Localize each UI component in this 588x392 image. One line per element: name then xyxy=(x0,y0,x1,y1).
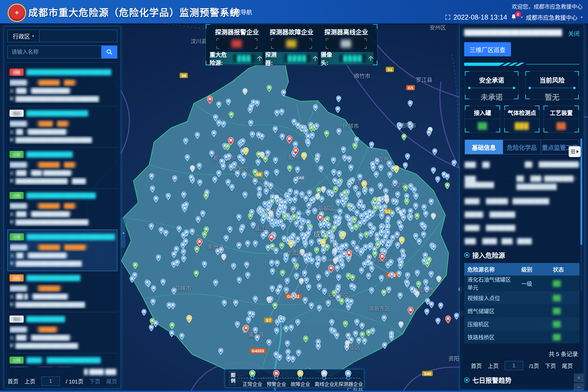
map-pin[interactable] xyxy=(293,197,297,203)
map-pin[interactable] xyxy=(431,167,436,174)
search-input[interactable] xyxy=(7,45,102,59)
page-first[interactable]: 首页 xyxy=(8,377,19,385)
map-pin[interactable] xyxy=(230,184,234,191)
map-pin[interactable] xyxy=(196,216,201,223)
map-pin[interactable] xyxy=(415,270,420,276)
map-pin[interactable] xyxy=(204,193,209,199)
map-pin[interactable] xyxy=(273,303,277,309)
map-pin[interactable] xyxy=(280,270,285,276)
map-pin[interactable] xyxy=(253,296,258,302)
map-pin[interactable] xyxy=(172,288,176,294)
map-pin[interactable] xyxy=(213,177,217,183)
map-pin[interactable] xyxy=(429,302,434,308)
map-pin[interactable] xyxy=(359,268,364,274)
map-pin[interactable] xyxy=(229,112,234,118)
map-pin[interactable] xyxy=(317,305,322,311)
map-pin[interactable] xyxy=(313,208,317,214)
map-pin[interactable] xyxy=(299,225,304,231)
map-pin[interactable] xyxy=(287,165,292,171)
map-pin[interactable] xyxy=(309,303,314,309)
map-pin[interactable] xyxy=(253,169,258,176)
panel-collapse-button[interactable] xyxy=(569,146,581,157)
map-pin[interactable] xyxy=(347,182,352,188)
map-pin[interactable] xyxy=(154,196,158,202)
map-pin[interactable] xyxy=(194,271,199,277)
map-pin-alarm[interactable] xyxy=(197,239,202,246)
page-next[interactable]: 下页 xyxy=(89,377,100,385)
map-pin[interactable] xyxy=(359,249,363,256)
map-pin[interactable] xyxy=(370,328,375,334)
map-pin[interactable] xyxy=(342,155,347,161)
map-pin[interactable] xyxy=(320,196,324,203)
map-pin[interactable] xyxy=(275,260,280,267)
map-pin[interactable] xyxy=(319,166,323,172)
page-prev[interactable]: 上页 xyxy=(24,377,35,385)
map-pin[interactable] xyxy=(403,163,408,169)
district-dropdown[interactable]: 行政区 ▾ xyxy=(7,30,39,42)
map-pin[interactable] xyxy=(324,131,329,137)
map-pin[interactable] xyxy=(375,158,379,164)
map-pin[interactable] xyxy=(425,309,429,315)
page-last[interactable]: 尾页 xyxy=(106,377,117,385)
map-pin[interactable] xyxy=(330,235,335,241)
map-pin[interactable] xyxy=(243,192,247,198)
map-pin[interactable] xyxy=(263,156,268,162)
map-pin[interactable] xyxy=(164,230,168,236)
map-pin[interactable] xyxy=(346,304,351,310)
map-pin[interactable] xyxy=(156,255,161,261)
map-pin[interactable] xyxy=(181,232,186,239)
map-pin[interactable] xyxy=(274,248,278,254)
map-pin[interactable] xyxy=(369,188,374,194)
map-pin-fault[interactable] xyxy=(288,240,293,248)
map-pin[interactable] xyxy=(416,281,421,287)
map-pin[interactable] xyxy=(350,275,355,281)
map-pin[interactable] xyxy=(210,151,214,157)
map-pin[interactable] xyxy=(294,263,299,270)
map-pin[interactable] xyxy=(190,166,195,172)
map-pin[interactable] xyxy=(422,204,427,211)
map-pin[interactable] xyxy=(222,300,227,306)
map-pin[interactable] xyxy=(333,258,338,264)
map-pin[interactable] xyxy=(182,206,187,212)
map-pin[interactable] xyxy=(337,171,342,177)
map-pin[interactable] xyxy=(293,177,298,184)
map-pin[interactable] xyxy=(358,174,362,180)
map-pin[interactable] xyxy=(347,156,352,162)
map-pin[interactable] xyxy=(355,246,359,252)
map-pin[interactable] xyxy=(364,232,369,238)
map-pin[interactable] xyxy=(322,256,326,262)
3d-tour-button[interactable]: 三维厂区巡查 xyxy=(464,42,511,56)
map-pin[interactable] xyxy=(368,244,372,250)
map-pin[interactable] xyxy=(234,300,238,306)
map-pin[interactable] xyxy=(326,300,331,307)
map-pin[interactable] xyxy=(390,211,395,217)
map-pin[interactable] xyxy=(285,278,290,284)
map-pin[interactable] xyxy=(386,262,390,268)
map-pin[interactable] xyxy=(369,142,374,148)
map-pin[interactable] xyxy=(183,138,188,144)
map-pin[interactable] xyxy=(270,260,274,266)
map-pin[interactable] xyxy=(388,172,392,178)
map-pin[interactable] xyxy=(239,227,244,233)
map-pin-alarm[interactable] xyxy=(207,96,212,103)
map-pin[interactable] xyxy=(336,106,340,113)
map-pin[interactable] xyxy=(244,262,249,268)
map-pin[interactable] xyxy=(396,192,400,198)
map-pin[interactable] xyxy=(344,243,348,249)
map-pin[interactable] xyxy=(306,140,311,147)
enterprise-list-item[interactable]: 正常 ██████████████████ █████：【██████ · ██… xyxy=(7,189,117,230)
map-pin-alarm[interactable] xyxy=(379,253,385,261)
map-pin[interactable] xyxy=(350,226,354,232)
map-pin[interactable] xyxy=(417,238,422,245)
map-pin[interactable] xyxy=(303,297,308,304)
map-pin[interactable] xyxy=(398,293,403,299)
map-pin[interactable] xyxy=(235,321,240,328)
map-pin[interactable] xyxy=(303,241,308,248)
map-pin[interactable] xyxy=(264,171,269,177)
map-pin[interactable] xyxy=(341,147,346,153)
map-pin[interactable] xyxy=(253,327,258,333)
map-pin[interactable] xyxy=(273,126,278,133)
map-pin-alarm[interactable] xyxy=(269,234,274,241)
map-pin-fault[interactable] xyxy=(301,152,307,160)
map-pin[interactable] xyxy=(379,165,383,171)
